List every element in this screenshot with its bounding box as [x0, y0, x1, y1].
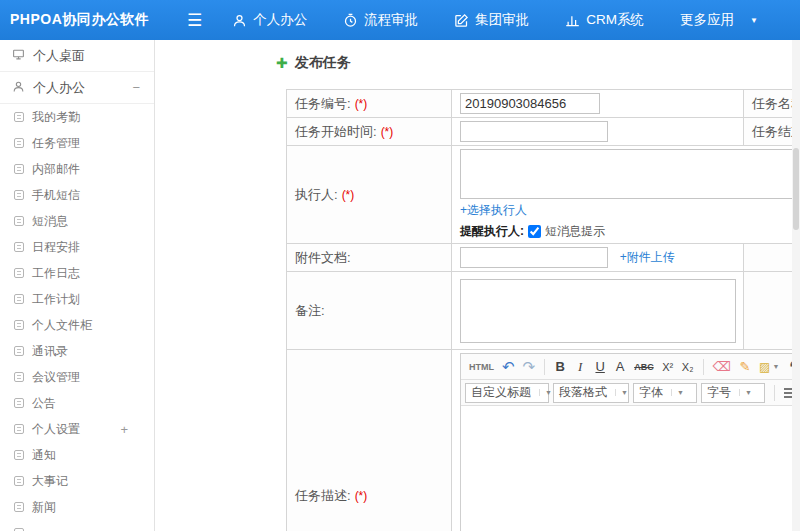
executor-textarea[interactable] — [460, 149, 800, 199]
select-label: 段落格式 — [559, 384, 607, 401]
highlight-color-icon[interactable]: ▨▼ — [756, 357, 782, 377]
remark-textarea[interactable] — [460, 279, 736, 343]
doc-icon — [14, 294, 24, 304]
nav-more-apps[interactable]: 更多应用 ▼ — [680, 11, 758, 29]
sidebar-item-label: 大事记 — [32, 473, 68, 490]
sms-remind-checkbox[interactable] — [528, 225, 541, 238]
doc-icon — [14, 476, 24, 486]
menu-toggle-icon[interactable]: ☰ — [187, 12, 202, 29]
required-mark: (*) — [342, 188, 355, 202]
publish-task-form: 任务编号:(*) 任务名称:(*) 任务开始时间:(*) 任务结束时间:(*) — [286, 89, 800, 531]
sidebar-item-news[interactable]: 新闻 — [0, 494, 154, 520]
attachment-upload-link[interactable]: +附件上传 — [620, 249, 675, 266]
remark-label: 备注: — [295, 303, 325, 318]
toolbar-separator — [774, 385, 775, 401]
attachment-input[interactable] — [460, 247, 608, 268]
strikethrough-button[interactable]: ABC — [631, 357, 657, 377]
custom-title-select[interactable]: 自定义标题▼ — [465, 383, 549, 403]
chevron-down-icon[interactable]: ▼ — [750, 16, 758, 25]
sidebar-item-personal-settings[interactable]: 个人设置+ — [0, 416, 154, 442]
doc-icon — [14, 138, 24, 148]
superscript-button[interactable]: X² — [659, 357, 677, 377]
doc-icon — [14, 398, 24, 408]
select-executor-link[interactable]: +选择执行人 — [460, 202, 527, 219]
nav-group-approval[interactable]: 集团审批 — [454, 11, 529, 29]
sidebar-item-announcement[interactable]: 公告 — [0, 390, 154, 416]
sidebar-item-label: 工作计划 — [32, 291, 80, 308]
main-content: ✚ 发布任务 任务编号:(*) 任务名称:(*) 任务开始时间:(*) — [156, 40, 800, 531]
nav-label: 个人办公 — [253, 11, 307, 29]
sidebar-item-label: 日程安排 — [32, 239, 80, 256]
sms-remind-label: 短消息提示 — [545, 223, 605, 240]
sidebar-item-desktop[interactable]: 个人桌面 — [0, 40, 154, 72]
sidebar-item-file-cabinet[interactable]: 个人文件柜 — [0, 312, 154, 338]
underline-button[interactable]: U — [591, 357, 609, 377]
collapse-icon[interactable]: − — [132, 80, 140, 95]
sidebar-item-notification[interactable]: 通知 — [0, 442, 154, 468]
user-icon — [12, 80, 33, 96]
description-label: 任务描述: — [295, 488, 351, 503]
sidebar-item-schedule[interactable]: 日程安排 — [0, 234, 154, 260]
sidebar-item-personal-office[interactable]: 个人办公 − — [0, 72, 154, 104]
start-time-input[interactable] — [460, 121, 608, 142]
paragraph-format-select[interactable]: 段落格式▼ — [553, 383, 629, 403]
doc-icon — [14, 190, 24, 200]
sidebar-item-short-message[interactable]: 短消息 — [0, 208, 154, 234]
page-scrollbar[interactable] — [792, 40, 800, 531]
chevron-down-icon: ▼ — [539, 389, 552, 396]
sidebar-item-internal-mail[interactable]: 内部邮件 — [0, 156, 154, 182]
html-source-button[interactable]: HTML — [466, 357, 497, 377]
doc-icon — [14, 164, 24, 174]
italic-button[interactable]: I — [571, 357, 589, 377]
sidebar-item-meeting[interactable]: 会议管理 — [0, 364, 154, 390]
nav-label: 集团审批 — [475, 11, 529, 29]
remind-executor-row: 提醒执行人: 短消息提示 — [460, 223, 800, 240]
sidebar-item-attendance[interactable]: 我的考勤 — [0, 104, 154, 130]
font-style-button[interactable]: A — [611, 357, 629, 377]
sidebar-item-milestones[interactable]: 大事记 — [0, 468, 154, 494]
nav-process-approval[interactable]: 流程审批 — [343, 11, 418, 29]
task-number-input[interactable] — [460, 93, 600, 114]
sidebar-item-address-book[interactable]: 通讯录 — [0, 338, 154, 364]
app-logo[interactable]: PHPOA协同办公软件 — [0, 11, 155, 29]
sidebar-item-mobile-sms[interactable]: 手机短信 — [0, 182, 154, 208]
sidebar-item-label: 个人办公 — [33, 79, 85, 97]
sidebar-item-task-management[interactable]: 任务管理 — [0, 130, 154, 156]
sidebar-item-label: 手机短信 — [32, 187, 80, 204]
rich-text-editor: HTML ↶ ↷ B I U A ABC X² X₂ ⌫ ✎ — [460, 353, 800, 531]
chevron-down-icon: ▼ — [739, 389, 752, 396]
bold-button[interactable]: B — [551, 357, 569, 377]
nav-label: 流程审批 — [364, 11, 418, 29]
doc-icon — [14, 502, 24, 512]
nav-label: 更多应用 — [680, 11, 734, 29]
font-family-select[interactable]: 字体▼ — [633, 383, 697, 403]
scrollbar-thumb[interactable] — [793, 148, 799, 230]
sidebar-item-label: 工作日志 — [32, 265, 80, 282]
fill-glyph: ▨ — [759, 360, 770, 374]
remind-executor-label: 提醒执行人: — [460, 223, 524, 240]
sidebar-item-work-plan[interactable]: 工作计划 — [0, 286, 154, 312]
format-painter-icon[interactable]: ✎ — [736, 357, 754, 377]
sidebar-item-work-log[interactable]: 工作日志 — [0, 260, 154, 286]
nav-personal-office[interactable]: 个人办公 — [232, 11, 307, 29]
row-remark: 备注: — [287, 272, 800, 350]
chart-icon — [565, 13, 580, 28]
sidebar-item-partial[interactable] — [0, 520, 154, 531]
undo-icon[interactable]: ↶ — [499, 357, 518, 377]
editor-content-area[interactable] — [461, 406, 800, 531]
sidebar: 个人桌面 个人办公 − 我的考勤 任务管理 内部邮件 手机短信 短消息 日程安排… — [0, 40, 155, 531]
sidebar-item-label: 任务管理 — [32, 135, 80, 152]
subscript-button[interactable]: X₂ — [679, 357, 697, 377]
expand-icon[interactable]: + — [120, 422, 128, 437]
redo-icon[interactable]: ↷ — [520, 357, 539, 377]
font-size-select[interactable]: 字号▼ — [701, 383, 765, 403]
nav-label: CRM系统 — [586, 11, 644, 29]
chevron-down-icon: ▼ — [671, 389, 684, 396]
select-label: 字号 — [707, 384, 731, 401]
nav-crm-system[interactable]: CRM系统 — [565, 11, 644, 29]
sidebar-item-label: 我的考勤 — [32, 109, 80, 126]
remove-format-icon[interactable]: ⌫ — [710, 357, 734, 377]
row-start-time: 任务开始时间:(*) 任务结束时间:(*) — [287, 118, 800, 146]
chevron-down-icon: ▼ — [615, 389, 628, 396]
clock-icon — [343, 13, 358, 28]
